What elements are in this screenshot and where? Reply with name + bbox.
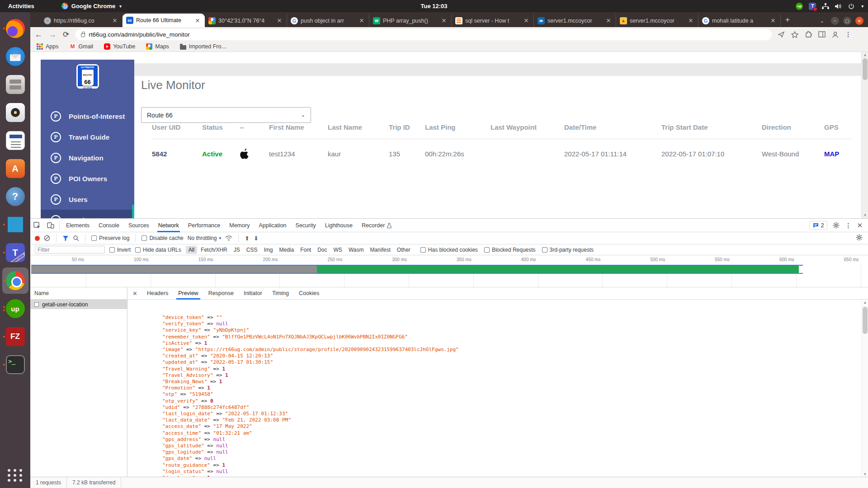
throttling-select[interactable]: No throttling ▾	[188, 235, 221, 241]
devtools-tab-lighthouse[interactable]: Lighthouse	[321, 219, 357, 232]
preserve-log-checkbox[interactable]: Preserve log	[91, 235, 129, 241]
network-settings-icon[interactable]	[856, 234, 868, 242]
export-har-icon[interactable]: ⬇	[254, 235, 259, 242]
browser-tab-6[interactable]: ≫server1.mccoycor✕	[534, 14, 616, 27]
network-conditions-icon[interactable]	[225, 235, 232, 241]
devtools-close-icon[interactable]: ✕	[857, 221, 863, 230]
reload-button[interactable]: ⟳	[63, 31, 69, 38]
network-icon[interactable]	[822, 3, 829, 9]
disable-cache-checkbox[interactable]: Disable cache	[142, 235, 183, 241]
dock-thunderbird-button[interactable]	[3, 44, 28, 69]
detail-tab-headers[interactable]: Headers	[142, 287, 173, 300]
filter-type-doc[interactable]: Doc	[315, 246, 330, 254]
tab-close-icon[interactable]: ✕	[111, 17, 118, 24]
filter-has-blocked-cookies-checkbox[interactable]: Has blocked cookies	[420, 247, 478, 253]
browser-tab-4[interactable]: WPHP array_push()✕	[369, 14, 452, 27]
scroll-down-icon[interactable]: ▼	[862, 213, 868, 217]
request-row-selected[interactable]: getall-user-location	[30, 300, 127, 309]
filter-type-media[interactable]: Media	[276, 246, 297, 254]
tab-close-icon[interactable]: ✕	[523, 17, 530, 24]
preview-pane[interactable]: "device_token" => """verify_token" => nu…	[128, 300, 861, 477]
dock-software-button[interactable]: A	[3, 156, 28, 181]
sidebar-item-navigation[interactable]: PNavigation	[41, 147, 134, 168]
devtools-settings-icon[interactable]	[833, 222, 840, 229]
search-icon[interactable]	[73, 235, 79, 241]
dock-media-button[interactable]	[3, 100, 28, 125]
browser-menu-icon[interactable]: ⋮	[845, 31, 851, 38]
dock-terminal-button[interactable]: >_	[3, 352, 28, 377]
network-overview-timeline[interactable]: 50 ms100 ms150 ms200 ms250 ms300 ms350 m…	[30, 255, 868, 287]
filter-type-fetch-xhr[interactable]: Fetch/XHR	[198, 246, 230, 254]
filter-type-manifest[interactable]: Manifest	[367, 246, 393, 254]
dock-help-button[interactable]: ?	[3, 184, 28, 209]
forward-button[interactable]: →	[49, 31, 57, 38]
browser-tab-1[interactable]: 66Route 66 Ultimate✕	[123, 14, 205, 27]
detail-tab-response[interactable]: Response	[203, 287, 239, 300]
filter-type-all[interactable]: All	[186, 246, 197, 254]
close-button[interactable]: ✕	[855, 17, 863, 25]
cell-gps[interactable]: MAP	[824, 150, 851, 158]
tab-close-icon[interactable]: ✕	[769, 17, 777, 24]
bookmark-gmail[interactable]: MGmail	[70, 43, 94, 50]
filter-type-ws[interactable]: WS	[331, 246, 345, 254]
detail-tab-initiator[interactable]: Initiator	[239, 287, 267, 300]
volume-icon[interactable]	[835, 3, 842, 9]
devtools-tab-network[interactable]: Network	[154, 219, 184, 232]
extensions-icon[interactable]	[805, 31, 812, 38]
filter-type-font[interactable]: Font	[297, 246, 314, 254]
devtools-tab-recorder[interactable]: Recorder	[357, 219, 396, 232]
detail-close-icon[interactable]: ✕	[128, 290, 142, 297]
invert-checkbox[interactable]: Invert	[109, 247, 131, 253]
device-toolbar-icon[interactable]	[44, 222, 57, 229]
sidebar-item-users[interactable]: PUsers	[41, 189, 134, 210]
filter-type-wasm[interactable]: Wasm	[346, 246, 367, 254]
minimize-button[interactable]: −	[831, 17, 839, 25]
issues-badge[interactable]: 2	[809, 221, 828, 230]
devtools-tab-security[interactable]: Security	[291, 219, 321, 232]
dock-chrome-button[interactable]	[3, 268, 28, 293]
url-text[interactable]: rt66ug.com/admin/public/live_monitor	[89, 31, 190, 38]
bookmark-apps[interactable]: Apps	[37, 43, 59, 50]
profile-icon[interactable]	[832, 31, 839, 38]
address-bar[interactable]: rt66ug.com/admin/public/live_monitor	[75, 29, 772, 40]
filter-icon[interactable]	[62, 235, 69, 241]
bookmark-maps[interactable]: Maps	[146, 43, 169, 50]
devtools-tab-memory[interactable]: Memory	[225, 219, 254, 232]
tray-caret-icon[interactable]: ▾	[861, 4, 863, 9]
dock-teams-button[interactable]: T	[3, 240, 28, 265]
filter-blocked-requests-checkbox[interactable]: Blocked Requests	[484, 247, 536, 253]
route66-logo[interactable]: ULTIMATE ROUTE 66 GUIDE	[76, 64, 99, 89]
dock-vscode-button[interactable]	[3, 212, 28, 237]
power-icon[interactable]	[848, 3, 854, 9]
devtools-tab-application[interactable]: Application	[254, 219, 291, 232]
dock-firefox-button[interactable]	[3, 16, 28, 41]
browser-tab-0[interactable]: https://rt66ug.co✕	[40, 14, 123, 27]
tab-close-icon[interactable]: ✕	[276, 17, 283, 24]
sidebar-item-monitors[interactable]: PMonitors	[41, 210, 134, 218]
dock-libre-button[interactable]	[3, 128, 28, 153]
new-tab-button[interactable]: +	[785, 15, 790, 24]
sidebar-item-travel-guide[interactable]: PTravel Guide	[41, 127, 134, 147]
page-scrollbar-thumb[interactable]	[863, 58, 868, 80]
scroll-down-icon[interactable]: ▼	[862, 472, 868, 476]
clear-icon[interactable]	[44, 235, 50, 241]
app-menu[interactable]: Google Chrome ▾	[61, 3, 122, 9]
show-applications-button[interactable]	[8, 469, 23, 482]
scroll-up-icon[interactable]: ▲	[862, 300, 868, 305]
record-button[interactable]	[35, 236, 40, 241]
devtools-tab-performance[interactable]: Performance	[184, 219, 225, 232]
clock[interactable]: Tue 12:03	[420, 3, 447, 9]
sidebar-item-points-of-interest[interactable]: PPoints-of-Interest	[41, 106, 134, 127]
import-har-icon[interactable]: ⬆	[245, 235, 250, 242]
tab-close-icon[interactable]: ✕	[687, 17, 694, 24]
dock-upwork-button[interactable]: up	[3, 296, 28, 321]
send-icon[interactable]	[778, 31, 785, 38]
maximize-button[interactable]: ▢	[843, 17, 851, 25]
activities-button[interactable]: Activities	[8, 3, 34, 9]
back-button[interactable]: ←	[35, 31, 42, 38]
tab-search-chevron-icon[interactable]: ⌄	[820, 18, 824, 24]
browser-tab-7[interactable]: ▲server1.mccoycor✕	[616, 14, 698, 27]
filter-type-img[interactable]: Img	[261, 246, 275, 254]
bookmark-youtube[interactable]: YouTube	[104, 43, 135, 50]
inspect-element-icon[interactable]	[30, 222, 44, 229]
